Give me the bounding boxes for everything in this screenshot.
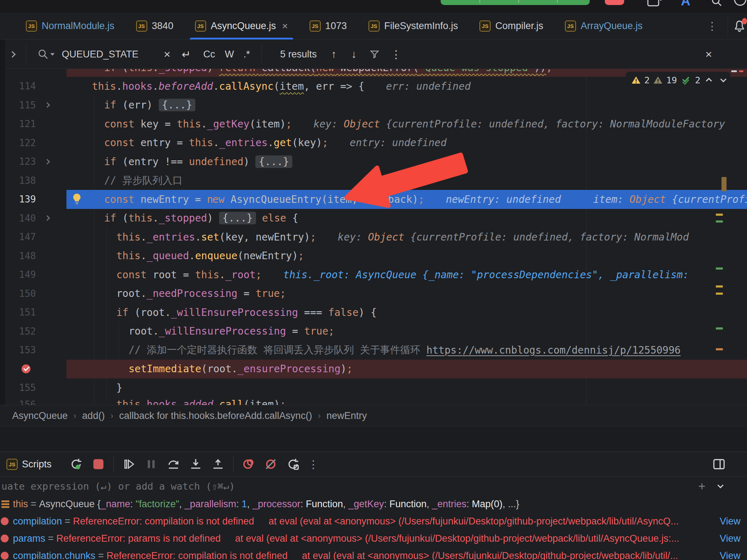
search-input[interactable]: QUEUED_STATE <box>62 39 139 69</box>
code-line-138[interactable]: 138// 异步队列入口 <box>0 171 747 190</box>
tab-Compiler.js[interactable]: JSCompiler.js <box>469 13 554 39</box>
tab-1073[interactable]: JS1073 <box>299 13 358 39</box>
code-line-121[interactable]: 121const key = this._getKey(item);key: O… <box>0 115 747 134</box>
add-watch-icon[interactable]: + <box>699 479 705 493</box>
tab-NormalModule.js[interactable]: JSNormalModule.js <box>15 13 125 39</box>
gutter[interactable]: 155 <box>0 378 66 397</box>
code-line-122[interactable]: 122const entry = this._entries.get(key);… <box>0 134 747 153</box>
line-number[interactable]: 147 <box>0 232 36 242</box>
fold-chevron-icon[interactable] <box>44 215 50 221</box>
new-window-icon[interactable] <box>646 0 663 9</box>
step-into-button[interactable] <box>189 457 203 471</box>
tab-overflow-menu-icon[interactable]: ⋮ <box>707 20 718 32</box>
fold-chevron-icon[interactable] <box>44 159 50 164</box>
fold-chevron-icon[interactable] <box>44 102 50 108</box>
code-line-140[interactable]: 140if (this._stopped) {...} else { <box>0 209 747 228</box>
breadcrumb-item[interactable]: callback for this.hooks.beforeAdd.callAs… <box>119 410 312 421</box>
expand-watches-chevron[interactable] <box>718 482 724 488</box>
tab-3840[interactable]: JS3840 <box>125 13 184 39</box>
find-expand-chevron[interactable] <box>10 39 15 69</box>
previous-occurrence-icon[interactable]: ↑ <box>331 39 337 69</box>
step-over-button[interactable] <box>166 457 181 471</box>
line-number[interactable]: 139 <box>0 194 36 205</box>
code-line[interactable]: setImmediate(root._ensureProcessing); <box>0 360 747 379</box>
code-line-123[interactable]: 123if (entry !== undefined) {...} <box>0 152 747 171</box>
gutter[interactable]: 148 <box>0 247 66 266</box>
view-link[interactable]: View <box>716 516 741 527</box>
gutter[interactable]: 115 <box>0 96 66 115</box>
next-problem-chevron[interactable] <box>720 76 727 82</box>
mute-breakpoints-button[interactable] <box>264 457 278 471</box>
code-line-139[interactable]: 139const newEntry = new AsyncQueueEntry(… <box>0 190 747 209</box>
tab-ArrayQueue.js[interactable]: JSArrayQueue.js <box>554 13 654 39</box>
tab-FileSystemInfo.js[interactable]: JSFileSystemInfo.js <box>358 13 469 39</box>
line-number[interactable]: 152 <box>0 326 36 337</box>
pause-button[interactable] <box>144 457 158 471</box>
gutter[interactable] <box>0 69 66 77</box>
close-tab-icon[interactable]: × <box>282 20 288 32</box>
gutter[interactable]: 153 <box>0 341 66 360</box>
annotation-toolbar-green[interactable] <box>441 0 590 5</box>
gutter[interactable]: 152 <box>0 322 66 341</box>
code-line-150[interactable]: 150root._needProcessing = true; <box>0 284 747 303</box>
gutter[interactable] <box>0 360 66 379</box>
zoom-tool-icon[interactable] <box>710 0 723 8</box>
line-number[interactable]: 122 <box>0 137 36 148</box>
view-breakpoints-button[interactable] <box>241 457 256 471</box>
debug-options-menu-icon[interactable]: ⋮ <box>308 458 319 471</box>
gutter[interactable]: 140 <box>0 209 66 228</box>
line-number[interactable]: 156 <box>0 399 36 405</box>
evaluate-expression-input[interactable]: uate expression (↵) or add a watch (⇧⌘↵)… <box>0 476 747 495</box>
line-number[interactable]: 153 <box>0 345 36 355</box>
intention-bulb-icon[interactable] <box>71 193 82 205</box>
gutter[interactable]: 138 <box>0 171 66 190</box>
newline-icon[interactable]: ↵ <box>182 39 191 69</box>
line-number[interactable]: 150 <box>0 288 36 299</box>
line-number[interactable]: 140 <box>0 213 36 224</box>
close-find-bar-icon[interactable]: × <box>705 39 712 69</box>
view-link[interactable]: View <box>716 533 741 544</box>
watch-row[interactable]: this = AsyncQueue {_name: "factorize", _… <box>0 495 747 513</box>
code-line-149[interactable]: 149const root = this._root;this._root: A… <box>0 265 747 284</box>
code-line-152[interactable]: 152root._willEnsureProcessing = true; <box>0 322 747 341</box>
search-icon[interactable] <box>37 39 55 69</box>
breakpoint-icon[interactable] <box>22 364 31 373</box>
next-occurrence-icon[interactable]: ↓ <box>351 39 357 69</box>
record-stop-button[interactable] <box>605 0 624 5</box>
view-link[interactable]: View <box>716 550 741 560</box>
filter-icon[interactable] <box>369 39 380 69</box>
code-line-147[interactable]: 147this._entries.set(key, newEntry);key:… <box>0 228 747 247</box>
line-number[interactable]: 155 <box>0 382 36 393</box>
shape-tool-icon[interactable] <box>734 0 746 6</box>
code-editor[interactable]: if (this._stopped) return callback(new W… <box>0 69 747 405</box>
resume-button[interactable] <box>122 457 136 471</box>
line-number[interactable]: 138 <box>0 175 36 186</box>
code-line-148[interactable]: 148this._queued.enqueue(newEntry); <box>0 247 747 266</box>
gutter[interactable]: 123 <box>0 152 66 171</box>
code-line-151[interactable]: 151if (root._willEnsureProcessing === fa… <box>0 303 747 322</box>
regex-toggle[interactable]: .* <box>243 39 250 69</box>
watch-row[interactable]: compilation = ReferenceError: compilatio… <box>0 513 747 530</box>
gutter[interactable]: 147 <box>0 228 66 247</box>
stop-button[interactable] <box>91 457 106 471</box>
whole-words-toggle[interactable]: W <box>225 39 234 69</box>
line-number[interactable]: 121 <box>0 118 36 129</box>
previous-problem-chevron[interactable] <box>706 78 712 84</box>
code-line-155[interactable]: 155} <box>0 378 747 397</box>
line-number[interactable]: 114 <box>0 81 36 92</box>
gutter[interactable]: 149 <box>0 265 66 284</box>
layout-settings-icon[interactable] <box>712 457 726 471</box>
line-number[interactable]: 149 <box>0 269 36 280</box>
watch-row[interactable]: params = ReferenceError: params is not d… <box>0 530 747 547</box>
find-options-menu-icon[interactable]: ⋮ <box>391 39 402 69</box>
code-line-156[interactable]: 156this.hooks.added.call(item); <box>0 397 747 405</box>
line-number[interactable]: 115 <box>0 100 36 111</box>
code-line-153[interactable]: 153// 添加一个定时器执行函数 将回调丢入异步队列 关于事件循环 https… <box>0 341 747 360</box>
gutter[interactable]: 114 <box>0 77 66 96</box>
match-case-toggle[interactable]: Cc <box>203 39 215 69</box>
gutter[interactable]: 121 <box>0 115 66 134</box>
gutter[interactable]: 150 <box>0 284 66 303</box>
gutter[interactable]: 122 <box>0 134 66 153</box>
gutter[interactable]: 139 <box>0 190 66 209</box>
rerun-button[interactable] <box>69 457 83 471</box>
